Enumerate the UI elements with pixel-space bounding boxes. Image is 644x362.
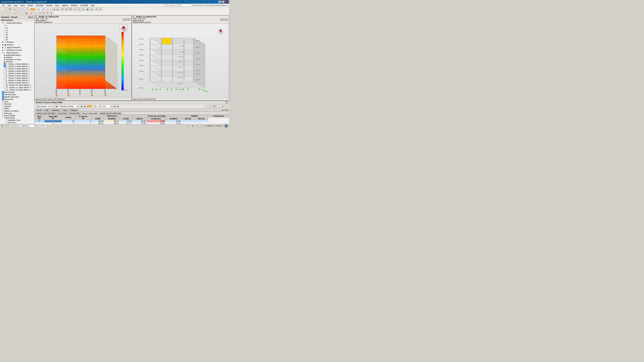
analysis-combo[interactable]: Static Analysis <box>35 105 50 108</box>
vp-right-menu-btn[interactable]: ≡ <box>220 18 222 21</box>
nav-members2[interactable]: Members <box>0 103 34 105</box>
maximize-button[interactable]: □ <box>222 1 224 3</box>
nav-surfaces[interactable]: ▶ ▦ Surfaces <box>0 43 34 46</box>
expand-surfaces-icon[interactable]: ▶ <box>2 44 4 45</box>
nav-result-values[interactable]: Result Values <box>0 91 34 93</box>
close-button[interactable]: ✕ <box>225 1 228 3</box>
expand-rs-surfaces-icon[interactable]: ▶ <box>4 57 5 58</box>
nav-sec10[interactable]: 10 - Section 10 | Shear Wall No. 1 <box>0 84 34 86</box>
check-sec11[interactable] <box>4 86 6 88</box>
search-input[interactable] <box>164 4 190 7</box>
status-icon2[interactable]: ◉ <box>191 124 194 127</box>
vp-left-min-btn[interactable]: − <box>126 18 128 21</box>
expand-members-icon[interactable]: ▶ <box>2 41 4 43</box>
expand-rs-resultant-icon[interactable]: ▶ <box>4 61 5 63</box>
check-gray-zone[interactable] <box>5 121 8 123</box>
nav-uy[interactable]: uy <box>0 29 34 31</box>
nav-dist-loads[interactable]: ▶ ↓ Distribution of Loads <box>0 49 34 51</box>
menu-help[interactable]: Help <box>90 4 96 7</box>
nav-sec4[interactable]: 4 - Section 4 | Shear Wall No. 1 <box>0 70 34 72</box>
check-sec4[interactable] <box>4 70 6 72</box>
vp-left-menu-btn[interactable]: ≡ <box>123 18 125 21</box>
menu-tools[interactable]: Tools <box>54 4 60 7</box>
menu-options[interactable]: Options <box>60 4 70 7</box>
section-a-btn[interactable]: A <box>38 11 42 15</box>
expand-rs-dist-icon[interactable]: ▶ <box>4 59 5 60</box>
nav-sec3[interactable]: 3 - Section 3 | Shear Wall No. 1 <box>0 67 34 70</box>
status-icon3[interactable]: ⊕ <box>196 124 198 127</box>
nav-values-surfaces[interactable]: Values on Surfaces <box>0 110 34 112</box>
check-maxmin[interactable] <box>2 96 4 98</box>
section-b-btn[interactable]: B <box>42 11 46 15</box>
new-btn[interactable]: 📄 <box>0 7 4 11</box>
results-btn[interactable]: R <box>95 7 98 11</box>
load-case-combo[interactable]: CO1 - 1.35 · LC1 <box>35 7 52 11</box>
view-3d-btn[interactable]: 3D <box>68 7 72 11</box>
radio-phiz[interactable] <box>4 38 6 40</box>
nav-sep-lines[interactable]: Separation Lines <box>0 119 34 121</box>
expand-display-icon[interactable]: ▼ <box>2 115 4 116</box>
menu-edit[interactable]: Edit <box>6 4 12 7</box>
tab-actions[interactable]: Story Actions <box>57 112 68 114</box>
line-btn[interactable]: ╱ <box>17 11 20 15</box>
check-sec1[interactable] <box>4 63 6 65</box>
check-sec9[interactable] <box>4 82 6 84</box>
nav-result-sections[interactable]: ▼ 📐 Result Sections <box>0 51 34 54</box>
status-btn1[interactable]: ▶ <box>1 124 4 127</box>
nav-phiz[interactable]: φz <box>0 38 34 41</box>
print-prev-btn[interactable]: 📋 <box>17 7 20 11</box>
tab-shear[interactable]: Forces in Shear Walls <box>81 112 99 114</box>
check-title-info[interactable] <box>2 93 4 95</box>
radio-phiy[interactable] <box>4 36 6 38</box>
expand-rs-global-icon[interactable]: ▶ <box>4 54 5 56</box>
expand-isobands-icon[interactable]: ▼ <box>4 117 5 119</box>
section-c-btn[interactable]: C <box>46 11 50 15</box>
status-btn3[interactable]: 🔍 <box>10 124 13 127</box>
select-btn[interactable]: ↖ <box>0 11 4 15</box>
check-sep-lines[interactable] <box>5 119 8 121</box>
results-next-btn[interactable]: ▶ <box>83 104 87 108</box>
tab-settings[interactable]: Settings <box>69 109 79 112</box>
radio-phix[interactable] <box>4 34 6 36</box>
prev-lc-btn[interactable]: ◀ <box>52 7 56 11</box>
view-xy-btn[interactable]: XY <box>61 7 64 11</box>
viewport-right-canvas[interactable]: 31.000 m 27.500 m 24.000 m 20.500 m 17.0… <box>132 24 229 98</box>
status-btn2[interactable]: ⊡ <box>5 124 8 127</box>
nav-lines[interactable]: Lines <box>0 100 34 103</box>
stop-btn[interactable]: ■ <box>90 7 94 11</box>
nav-sec7[interactable]: 7 - Section 7 | Shear Wall No. 1 <box>0 77 34 79</box>
expand-distloads-icon[interactable]: ▶ <box>2 49 4 51</box>
tab-view[interactable]: View <box>62 109 69 112</box>
menu-assign[interactable]: Assign <box>26 4 34 7</box>
nav-type-display[interactable]: ▼ Type of display <box>0 114 34 117</box>
menu-insert[interactable]: Insert <box>19 4 26 7</box>
check-result-values[interactable] <box>2 91 4 93</box>
load-combo-bottom[interactable]: CO1 - 1.35 · LC1 <box>92 105 112 108</box>
nav-maxmin-info[interactable]: MaxMin Information <box>0 96 34 98</box>
zoom-in-btn[interactable]: ⊕ <box>74 7 77 11</box>
nav-isobands[interactable]: ▼ Isobands <box>0 117 34 119</box>
check-sec5[interactable] <box>4 72 6 74</box>
nav-phix[interactable]: φx <box>0 34 34 36</box>
render-btn[interactable]: 🎨 <box>29 11 33 15</box>
nav-u[interactable]: u <box>0 24 34 27</box>
status-icon1[interactable]: ◈ <box>187 124 190 127</box>
check-sec10[interactable] <box>4 84 6 86</box>
status-btn4[interactable]: ✕ <box>14 124 17 127</box>
tb-icon4[interactable]: 📊 <box>217 104 220 108</box>
check-values-surfaces[interactable] <box>2 110 4 112</box>
undo-btn[interactable]: ↶ <box>22 7 25 11</box>
nav-global-deformations[interactable]: ▼ 📁 Global Deformations <box>0 22 34 24</box>
results-by-combo[interactable]: Results by Stories <box>59 105 79 108</box>
nav-phiy[interactable]: φy <box>0 36 34 38</box>
radio-ux[interactable] <box>4 27 6 29</box>
nav-gray-zone[interactable]: Gray Zone <box>0 121 34 124</box>
check-sec8[interactable] <box>4 79 6 81</box>
menu-cad-bim[interactable]: CAD-BIM <box>79 4 89 7</box>
wireframe-btn[interactable]: ⬡ <box>33 11 37 15</box>
vp-right-max-btn[interactable]: □ <box>226 18 228 21</box>
nav-sec2[interactable]: 2 - Section 2 | Shear Wall No. 1 <box>0 65 34 67</box>
check-members2[interactable] <box>2 103 4 105</box>
grid-btn[interactable]: ⊞ <box>48 124 52 128</box>
menu-window[interactable]: Window <box>70 4 79 7</box>
